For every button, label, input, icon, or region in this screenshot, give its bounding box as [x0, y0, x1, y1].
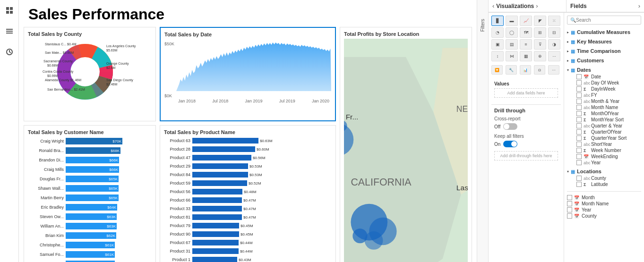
- viz-bar-h-icon[interactable]: ▬: [506, 16, 518, 26]
- drill-through-section: Drill through Cross-report Off Keep all …: [491, 104, 561, 163]
- field-checkbox[interactable]: [576, 99, 582, 104]
- sidebar-icon-2[interactable]: [3, 25, 16, 38]
- filter-checkbox[interactable]: [567, 207, 572, 212]
- field-group-header-cumulative-measures[interactable]: ▸ ▦ Cumulative Measures: [567, 28, 641, 36]
- viz-scatter-icon[interactable]: ⁙: [548, 16, 560, 26]
- field-checkbox[interactable]: [576, 182, 582, 187]
- viz-pie-icon[interactable]: ◔: [491, 27, 504, 38]
- viz-field-icon[interactable]: Ω: [534, 65, 545, 75]
- chevron-icon: ▾: [567, 68, 569, 72]
- field-item[interactable]: Σ QuarterYear Sort: [576, 135, 641, 141]
- viz-line-icon[interactable]: 📈: [520, 16, 532, 26]
- group-type-icon: ▦: [571, 39, 575, 44]
- field-group-header-time-comparison[interactable]: ▸ ▦ Time Comparison: [567, 47, 641, 55]
- field-checkbox[interactable]: [576, 142, 582, 147]
- viz-extra-icon[interactable]: ⋯: [548, 65, 559, 75]
- field-group-header-locations[interactable]: ▾ ▦ Locations: [567, 168, 641, 175]
- field-checkbox[interactable]: [576, 176, 582, 181]
- filter-fields-section: 📅 Month 📅 Month Name 📅 Year 📅 County: [567, 191, 641, 219]
- field-checkbox[interactable]: [576, 148, 582, 153]
- viz-bar-icon[interactable]: ▊: [491, 16, 504, 26]
- viz-format-icon[interactable]: 🔧: [506, 65, 517, 75]
- add-values-placeholder[interactable]: Add data fields here: [494, 88, 558, 98]
- viz-card-icon[interactable]: ▣: [491, 39, 504, 50]
- customer-bar-row: Shawn Wall... $65K: [28, 184, 152, 193]
- sidebar-icon-1[interactable]: [3, 4, 16, 17]
- cross-report-toggle[interactable]: [503, 123, 517, 130]
- field-checkbox[interactable]: [576, 160, 582, 165]
- field-checkbox[interactable]: [576, 117, 582, 122]
- viz-kpi-icon[interactable]: ▤: [506, 39, 518, 50]
- viz-nav-right[interactable]: ›: [536, 2, 538, 9]
- field-item[interactable]: abc FY: [576, 92, 641, 98]
- field-checkbox[interactable]: [576, 123, 582, 128]
- filter-field-item[interactable]: 📅 Month: [567, 194, 641, 201]
- viz-table-icon[interactable]: ⊞: [534, 27, 546, 38]
- field-item[interactable]: abc Month & Year: [576, 98, 641, 104]
- field-checkbox[interactable]: [576, 105, 582, 110]
- field-item[interactable]: Σ QuarterOfYear: [576, 129, 641, 135]
- viz-decomp-icon[interactable]: ⊕: [534, 51, 546, 61]
- field-group-header-dates[interactable]: ▾ ▦ Dates: [567, 66, 641, 74]
- field-item[interactable]: 📅 Date: [576, 74, 641, 80]
- field-checkbox[interactable]: [576, 93, 582, 98]
- viz-slicer-icon[interactable]: ≡: [520, 39, 532, 50]
- map-area[interactable]: NEVADA CALIFORNIA San Fr...: [344, 39, 468, 262]
- search-input[interactable]: [576, 17, 638, 23]
- group-type-icon: ▦: [571, 169, 575, 174]
- field-item[interactable]: abc Year: [576, 160, 641, 166]
- filter-checkbox[interactable]: [567, 195, 572, 200]
- field-checkbox[interactable]: [576, 154, 582, 159]
- viz-ribbon-icon[interactable]: ⋈: [506, 51, 518, 61]
- sidebar-icon-3[interactable]: [3, 45, 16, 59]
- field-checkbox[interactable]: [576, 86, 582, 92]
- field-group-dates: ▾ ▦ Dates 📅 Date abc Day Of Week Σ DayIn…: [567, 66, 641, 166]
- chevron-icon: ▸: [567, 49, 569, 53]
- keep-filters-toggle[interactable]: [503, 141, 517, 147]
- field-item[interactable]: abc ShortYear: [576, 141, 641, 147]
- viz-funnel-icon[interactable]: ⊽: [534, 39, 546, 50]
- field-checkbox[interactable]: [576, 74, 582, 79]
- field-item[interactable]: abc Month Name: [576, 104, 641, 110]
- viz-filter-icon[interactable]: 🔽: [491, 65, 503, 75]
- filter-checkbox[interactable]: [567, 201, 572, 206]
- field-item[interactable]: Σ MonthOfYear: [576, 110, 641, 117]
- svg-text:NEVADA: NEVADA: [456, 104, 468, 114]
- field-group-header-customers[interactable]: ▸ ▦ Customers: [567, 57, 641, 64]
- filter-field-item[interactable]: 📅 Month Name: [567, 201, 641, 207]
- field-checkbox[interactable]: [576, 111, 582, 116]
- customer-bar-value: $66K: [109, 168, 118, 172]
- field-item[interactable]: Σ Week Number: [576, 147, 641, 153]
- group-label: Key Measures: [577, 39, 612, 44]
- field-item[interactable]: Σ MonthYear Sort: [576, 117, 641, 123]
- field-name: Date: [591, 74, 601, 79]
- field-item[interactable]: Σ DayInWeek: [576, 86, 641, 92]
- viz-area-icon[interactable]: ◤: [534, 16, 546, 26]
- customer-bar-track: $61K: [66, 251, 152, 258]
- viz-map-icon[interactable]: 🗺: [520, 27, 532, 38]
- field-checkbox[interactable]: [576, 80, 582, 85]
- viz-donut-icon[interactable]: ◯: [506, 27, 518, 38]
- viz-treemap-icon[interactable]: ▦: [520, 51, 532, 61]
- field-item[interactable]: abc Quarter & Year: [576, 123, 641, 129]
- fields-nav-arrow[interactable]: ›: [638, 2, 640, 9]
- field-group-header-key-measures[interactable]: ▸ ▦ Key Measures: [567, 38, 641, 45]
- viz-more-icon[interactable]: ···: [548, 51, 560, 61]
- x-label-3: Jan 2019: [245, 99, 262, 103]
- field-checkbox[interactable]: [576, 129, 582, 135]
- viz-analytics-icon[interactable]: 📊: [520, 65, 531, 75]
- svg-text:Las Vegas: Las Vegas: [456, 184, 468, 192]
- add-drill-placeholder[interactable]: Add drill-through fields here: [494, 151, 558, 161]
- viz-nav-left[interactable]: ‹: [492, 2, 494, 9]
- viz-gauge-icon[interactable]: ◑: [548, 39, 560, 50]
- filter-field-item[interactable]: 📅 County: [567, 213, 641, 219]
- filter-field-item[interactable]: 📅 Year: [567, 207, 641, 213]
- viz-matrix-icon[interactable]: ⊟: [548, 27, 560, 38]
- filter-checkbox[interactable]: [567, 213, 572, 219]
- field-item[interactable]: abc Day Of Week: [576, 80, 641, 86]
- viz-waterfall-icon[interactable]: ↕: [491, 51, 504, 61]
- field-item[interactable]: 📅 WeekEnding: [576, 153, 641, 160]
- field-checkbox[interactable]: [576, 135, 582, 141]
- field-item[interactable]: Σ Latitude: [576, 181, 641, 187]
- field-item[interactable]: abc County: [576, 175, 641, 181]
